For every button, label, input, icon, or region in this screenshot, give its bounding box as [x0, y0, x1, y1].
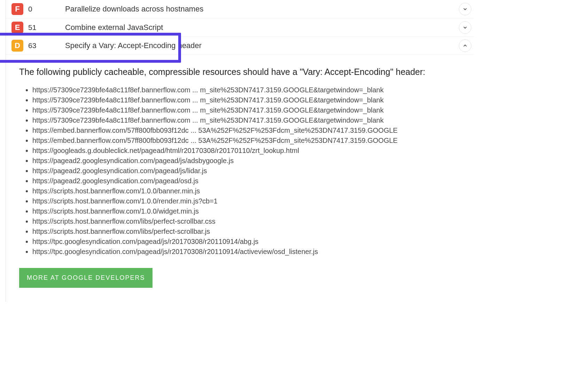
chevron-down-icon — [462, 25, 468, 30]
audit-row-combine-js[interactable]: E 51 Combine external JavaScript — [6, 18, 474, 36]
grade-badge: F — [11, 3, 23, 15]
audit-label: Specify a Vary: Accept-Encoding header — [46, 41, 474, 50]
collapse-toggle[interactable] — [459, 39, 471, 52]
list-item: https://scripts.host.bannerflow.com/1.0.… — [32, 186, 461, 196]
more-at-google-developers-button[interactable]: MORE AT GOOGLE DEVELOPERS — [19, 268, 152, 288]
chevron-up-icon — [462, 43, 468, 48]
list-item: https://tpc.googlesyndication.com/pagead… — [32, 237, 461, 247]
list-item: https://embed.bannerflow.com/57ff800fbb0… — [32, 136, 461, 146]
list-item: https://pagead2.googlesyndication.com/pa… — [32, 156, 461, 166]
list-item: https://scripts.host.bannerflow.com/libs… — [32, 216, 461, 226]
list-item: https://57309ce7239bfe4a8c11f8ef.bannerf… — [32, 115, 461, 125]
audit-row-vary-accept-encoding[interactable]: D 63 Specify a Vary: Accept-Encoding hea… — [6, 36, 474, 54]
audit-label: Parallelize downloads across hostnames — [46, 5, 474, 14]
expand-toggle[interactable] — [459, 21, 471, 34]
list-item: https://57309ce7239bfe4a8c11f8ef.bannerf… — [32, 85, 461, 95]
audit-score: 63 — [23, 41, 46, 50]
grade-badge: D — [11, 40, 23, 52]
grade-badge: E — [11, 22, 23, 33]
panel-lead-text: The following publicly cacheable, compre… — [19, 65, 461, 79]
resource-list: https://57309ce7239bfe4a8c11f8ef.bannerf… — [23, 85, 461, 257]
audit-list: F 0 Parallelize downloads across hostnam… — [6, 0, 474, 302]
list-item: https://googleads.g.doubleclick.net/page… — [32, 146, 461, 156]
audit-score: 0 — [23, 5, 46, 13]
list-item: https://scripts.host.bannerflow.com/1.0.… — [32, 196, 461, 206]
audit-row-parallelize[interactable]: F 0 Parallelize downloads across hostnam… — [6, 0, 474, 18]
list-item: https://scripts.host.bannerflow.com/libs… — [32, 226, 461, 237]
audit-score: 51 — [23, 23, 46, 32]
chevron-down-icon — [462, 6, 468, 12]
expand-toggle[interactable] — [459, 3, 471, 15]
list-item: https://scripts.host.bannerflow.com/1.0.… — [32, 206, 461, 216]
list-item: https://pagead2.googlesyndication.com/pa… — [32, 166, 461, 176]
list-item: https://tpc.googlesyndication.com/pagead… — [32, 247, 461, 257]
list-item: https://embed.bannerflow.com/57ff800fbb0… — [32, 125, 461, 136]
audit-label: Combine external JavaScript — [46, 23, 474, 32]
list-item: https://57309ce7239bfe4a8c11f8ef.bannerf… — [32, 105, 461, 115]
audit-detail-panel: The following publicly cacheable, compre… — [6, 54, 474, 302]
list-item: https://pagead2.googlesyndication.com/pa… — [32, 176, 461, 186]
list-item: https://57309ce7239bfe4a8c11f8ef.bannerf… — [32, 95, 461, 105]
